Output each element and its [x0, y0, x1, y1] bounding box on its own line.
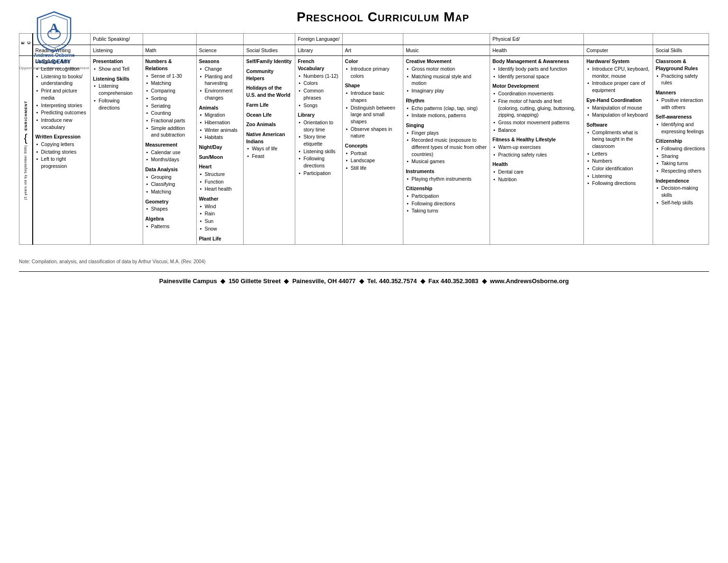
- french-item-1: Numbers (1-12): [299, 73, 340, 80]
- math-meas-item-1: Calendar use: [146, 149, 194, 156]
- footer-note: Note: Compilation, analysis, and classif…: [19, 259, 709, 264]
- health-health-item-2: Nutrition: [493, 176, 581, 183]
- science-weather-item-1: Wind: [200, 203, 241, 210]
- library-item-2: Story time etiquette: [299, 133, 340, 147]
- health-fitness-list: Warm-up exercises Practicing safety rule…: [492, 144, 581, 158]
- writing-title: Written Expression: [36, 133, 88, 140]
- col-subheader-science: Science: [196, 45, 244, 56]
- cell-health: Body Management & Awareness Identify bod…: [490, 56, 583, 245]
- col-subheader-computer: Computer: [584, 45, 653, 56]
- ss-selffamily-title: Self/Family Identity: [246, 58, 292, 65]
- health-fitness-item-1: Warm-up exercises: [493, 144, 581, 151]
- computer-eyehand-item-1: Manipulation of mouse: [587, 104, 650, 111]
- col-header-music: [403, 34, 490, 45]
- ss-manners-item-1: Positive interaction with others: [656, 97, 706, 111]
- science-animals-list: Migration Hibernation Winter animals Hab…: [199, 111, 241, 141]
- science-animals-item-3: Winter animals: [200, 127, 241, 134]
- computer-eyehand-title: Eye-Hand Coordination: [586, 97, 650, 104]
- col-header-social-studies: [244, 34, 295, 45]
- art-shape-title: Shape: [345, 82, 400, 89]
- music-creative-title: Creative Movement: [406, 58, 487, 65]
- curriculum-table: EC Public Speaking/ Foreign Language/ Ph…: [19, 33, 709, 245]
- table-content-row: ENRICHMENT { (3 years old by September 3…: [19, 56, 709, 245]
- computer-software-item-1: Compliments what is being taught in the …: [587, 129, 650, 150]
- header: A Andrews Osborne ACADEMY Opportunities …: [19, 9, 709, 25]
- cell-computer: Hardware/ System Introduce CPU, keyboard…: [584, 56, 653, 245]
- ss-manners-title: Manners: [655, 89, 706, 96]
- col-subheader-library: Library: [295, 45, 343, 56]
- logo-icon: A: [35, 9, 73, 52]
- ss-selfawareness-item-1: Identifying and expressing feelings: [656, 121, 706, 135]
- science-heart-item-1: Structure: [200, 171, 241, 178]
- science-heart-title: Heart: [199, 163, 241, 170]
- math-data-item-1: Grouping: [146, 174, 194, 181]
- health-motor-item-1: Coordination movements: [493, 90, 581, 97]
- science-weather-item-2: Rain: [200, 210, 241, 217]
- math-data-title: Data Analysis: [146, 166, 194, 173]
- logo-area: A Andrews Osborne ACADEMY Opportunities …: [19, 9, 90, 70]
- science-weather-item-4: Snow: [200, 225, 241, 232]
- ss-selfawareness-list: Identifying and expressing feelings: [655, 121, 706, 135]
- ss-manners-list: Positive interaction with others: [655, 97, 706, 111]
- ss-farmlife-title: Farm Life: [246, 102, 292, 109]
- library-title: Library: [298, 111, 340, 119]
- health-motor-list: Coordination movements Fine motor of han…: [492, 90, 581, 133]
- science-weather-title: Weather: [199, 195, 241, 203]
- ec-bracket: {: [24, 133, 27, 143]
- math-meas-item-2: Months/days: [146, 156, 194, 163]
- listening-item-2: Following directions: [94, 97, 140, 111]
- ss-native-item-1: Ways of life: [247, 145, 292, 152]
- health-motor-item-3: Gross motor movement patterns: [493, 119, 581, 126]
- health-motor-item-2: Fine motor of hands and feet (coloring, …: [493, 98, 581, 119]
- science-seasons-item-3: Environment changes: [200, 87, 241, 101]
- computer-software-item-4: Color identification: [587, 165, 650, 172]
- ss-independence-list: Decision-making skills Self-help skills: [655, 185, 706, 206]
- math-numbers-list: Sense of 1-30 Matching Comparing Sorting…: [146, 73, 194, 138]
- ss-citizenship-item-4: Respecting others: [656, 167, 706, 175]
- table-header-row-1: EC Public Speaking/ Foreign Language/ Ph…: [19, 34, 709, 45]
- col-subheader-art: Art: [342, 45, 403, 56]
- ss-independence-item-1: Decision-making skills: [656, 185, 706, 198]
- science-animals-title: Animals: [199, 104, 241, 111]
- ec-content-cell: ENRICHMENT { (3 years old by September 3…: [19, 56, 33, 245]
- music-citizenship-item-3: Taking turns: [407, 207, 487, 214]
- music-singing-list: Finger plays Recorded music (exposure to…: [406, 129, 487, 165]
- art-concepts-item-2: Landscape: [346, 157, 400, 164]
- music-creative-list: Gross motor motion Matching musical styl…: [406, 65, 487, 94]
- math-geometry-title: Geometry: [146, 198, 194, 205]
- music-rhythm-list: Echo patterns (clap, tap, sing) Imitate …: [406, 105, 487, 119]
- art-color-item-1: Introduce primary colors: [346, 65, 400, 79]
- music-creative-item-2: Matching musical style and motion: [407, 73, 487, 87]
- col-subheader-social-studies: Social Studies: [244, 45, 295, 56]
- col-header-speaking: Public Speaking/: [90, 34, 143, 45]
- library-item-3: Listening skills: [299, 148, 340, 155]
- art-shape-item-1: Introduce basic shapes: [346, 90, 400, 103]
- math-geometry-list: Shapes: [146, 205, 194, 212]
- ec-enrichment-label: ENRICHMENT: [23, 101, 28, 130]
- writing-item-2: Dictating stories: [36, 148, 88, 156]
- ss-native-list: Ways of life Feast: [246, 145, 292, 159]
- french-title: French Vocabulary: [298, 58, 340, 72]
- french-item-3: Common phrases: [299, 87, 340, 101]
- col-header-math: [143, 34, 196, 45]
- art-concepts-list: Portrait Landscape Still life: [345, 150, 400, 172]
- computer-software-item-2: Letters: [587, 150, 650, 157]
- ss-independence-item-2: Self-help skills: [656, 199, 706, 206]
- col-header-social-skills: [653, 34, 709, 45]
- logo-name: Andrews Osborne: [34, 52, 74, 58]
- math-measurement-title: Measurement: [146, 141, 194, 148]
- math-item-2: Matching: [146, 80, 194, 87]
- music-citizenship-item-1: Participation: [407, 193, 487, 200]
- logo-academy: ACADEMY: [36, 58, 72, 66]
- computer-hardware-item-1: Introduce CPU, keyboard, monitor, mouse: [587, 65, 650, 79]
- ss-holidays-title: Holidays of the U.S. and the World: [246, 84, 292, 98]
- col-header-computer: [584, 34, 653, 45]
- ss-selfawareness-title: Self-awareness: [655, 113, 706, 120]
- computer-hardware-item-2: Introduce proper care of equipment: [587, 80, 650, 93]
- cell-library: French Vocabulary Numbers (1-12) Colors …: [295, 56, 343, 245]
- ss-oceanlife-title: Ocean Life: [246, 111, 292, 119]
- ss-classroom-title: Classroom & Playground Rules: [655, 58, 706, 72]
- music-singing-item-3: Musical games: [407, 158, 487, 165]
- health-motor-title: Motor Development: [492, 83, 581, 90]
- computer-hardware-title: Hardware/ System: [586, 58, 650, 65]
